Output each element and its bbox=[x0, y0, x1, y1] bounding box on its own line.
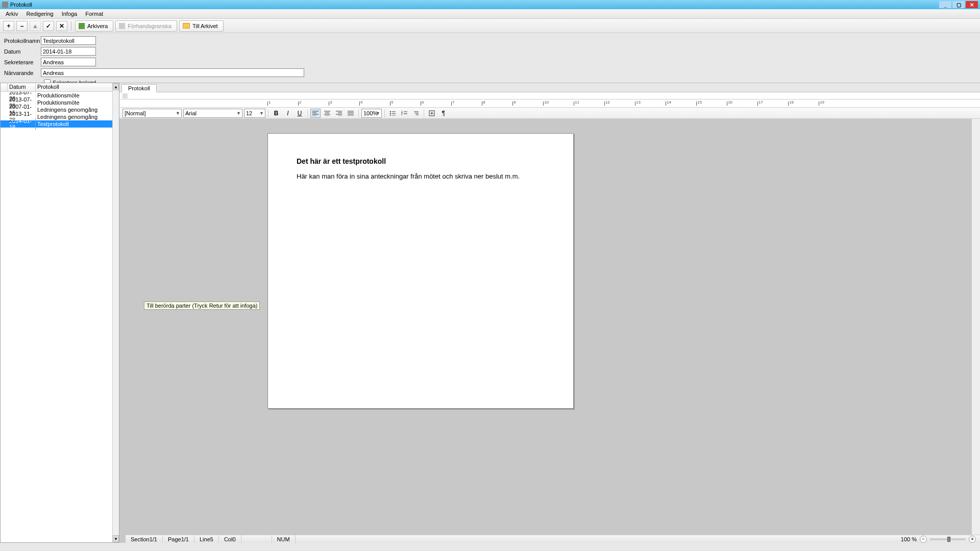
menu-format[interactable]: Format bbox=[81, 10, 107, 18]
tillarkivet-label: Till Arkivet bbox=[192, 23, 218, 29]
toolbar-separator bbox=[71, 21, 71, 31]
input-sekreterare[interactable] bbox=[41, 58, 96, 66]
app-icon bbox=[2, 2, 8, 8]
input-protokollnamn[interactable] bbox=[41, 36, 96, 45]
bullet-list-icon bbox=[389, 111, 396, 116]
list-cell-protokoll: Testprotokoll bbox=[36, 121, 112, 127]
ruler[interactable]: 12345678910111213141516171819 bbox=[119, 99, 980, 108]
align-justify-button[interactable] bbox=[346, 109, 356, 118]
confirm-button[interactable]: ✓ bbox=[43, 21, 54, 31]
numbered-list-icon: 12 bbox=[401, 111, 407, 116]
close-button[interactable]: ✕ bbox=[966, 1, 978, 8]
list-cell-protokoll: Ledningens genomgång bbox=[36, 114, 112, 120]
chevron-down-icon: ▼ bbox=[259, 111, 264, 116]
separator bbox=[384, 109, 385, 117]
format-toolbar: [Normal] ▼ Arial ▼ 12 ▼ B I U bbox=[119, 108, 980, 119]
align-justify-icon bbox=[348, 111, 354, 116]
maximize-button[interactable]: ▢ bbox=[952, 1, 965, 8]
bold-button[interactable]: B bbox=[271, 109, 281, 118]
menu-redigering[interactable]: Redigering bbox=[22, 10, 57, 18]
label-protokollnamn: Protokollnamn bbox=[4, 38, 41, 44]
chevron-down-icon: ▼ bbox=[376, 111, 380, 116]
workspace: Datum Protokoll 2013-07-28Produktionsmöt… bbox=[0, 83, 980, 543]
zoom-out-button[interactable]: − bbox=[920, 536, 927, 543]
left-scrollbar[interactable]: ▲ ▼ bbox=[112, 83, 119, 542]
label-narvarande: Närvarande bbox=[4, 70, 41, 76]
right-scrollbar[interactable]: ▲ ▼ bbox=[972, 119, 980, 543]
menu-infoga[interactable]: Infoga bbox=[58, 10, 82, 18]
main-toolbar: + – ▲ ✓ ✕ Arkivera Förhandsgranska Till … bbox=[0, 19, 980, 33]
menu-arkiv[interactable]: Arkiv bbox=[2, 10, 22, 18]
input-narvarande[interactable] bbox=[41, 68, 304, 77]
zoom-in-button[interactable]: + bbox=[969, 536, 976, 543]
scroll-track[interactable] bbox=[113, 90, 119, 535]
input-datum[interactable] bbox=[41, 47, 96, 56]
insert-button[interactable] bbox=[427, 109, 437, 118]
align-left-button[interactable] bbox=[310, 109, 321, 118]
numbered-list-button[interactable]: 12 bbox=[399, 109, 409, 118]
align-left-icon bbox=[312, 111, 318, 116]
insert-icon bbox=[429, 110, 435, 116]
add-button[interactable]: + bbox=[3, 21, 14, 31]
italic-button[interactable]: I bbox=[283, 109, 293, 118]
status-section: Section1/1 bbox=[126, 535, 163, 543]
page[interactable]: Det här är ett testprotokoll Här kan man… bbox=[267, 133, 574, 409]
editor-panel: Protokoll 12345678910111213141516171819 … bbox=[119, 83, 980, 543]
zoom-slider[interactable] bbox=[930, 538, 966, 540]
separator bbox=[424, 109, 424, 117]
minimize-button[interactable]: _ bbox=[939, 1, 951, 8]
subbar-icon[interactable] bbox=[122, 93, 128, 98]
list-cell-protokoll: Produktionsmöte bbox=[36, 92, 112, 98]
sub-toolbar bbox=[119, 92, 980, 99]
list-header-protokoll[interactable]: Protokoll bbox=[36, 83, 112, 91]
scroll-up-icon[interactable]: ▲ bbox=[972, 119, 980, 126]
svg-point-0 bbox=[390, 111, 391, 112]
cancel-button[interactable]: ✕ bbox=[56, 21, 67, 31]
paragraph-mark-button[interactable]: ¶ bbox=[438, 109, 449, 118]
scroll-track[interactable] bbox=[972, 126, 980, 536]
arkivera-button[interactable]: Arkivera bbox=[75, 20, 113, 32]
multilevel-list-button[interactable] bbox=[411, 109, 421, 118]
list-row[interactable]: 2014-01-18Testprotokoll bbox=[1, 120, 112, 128]
up-button[interactable]: ▲ bbox=[30, 21, 41, 31]
size-select[interactable]: 12 ▼ bbox=[244, 109, 265, 118]
style-select[interactable]: [Normal] ▼ bbox=[122, 109, 182, 118]
scroll-up-icon[interactable]: ▲ bbox=[113, 83, 119, 90]
remove-button[interactable]: – bbox=[16, 21, 28, 31]
preview-icon bbox=[119, 23, 125, 29]
chevron-down-icon: ▼ bbox=[236, 111, 241, 116]
font-select[interactable]: Arial ▼ bbox=[183, 109, 242, 118]
status-col: Col0 bbox=[219, 535, 241, 543]
chevron-down-icon: ▼ bbox=[176, 111, 180, 116]
form-area: Protokollnamn Datum Sekreterare Närvaran… bbox=[0, 33, 980, 88]
align-center-button[interactable] bbox=[322, 109, 332, 118]
window-title: Protokoll bbox=[10, 2, 938, 8]
scroll-down-icon[interactable]: ▼ bbox=[113, 535, 119, 542]
insert-hint[interactable]: Till berörda parter (Tryck Retur för att… bbox=[144, 302, 260, 310]
align-center-icon bbox=[324, 111, 330, 116]
title-bar: Protokoll _ ▢ ✕ bbox=[0, 0, 980, 9]
zoom-select[interactable]: 100% ▼ bbox=[361, 109, 382, 118]
zoom-thumb[interactable] bbox=[947, 537, 950, 542]
size-value: 12 bbox=[246, 110, 252, 116]
archive-icon bbox=[79, 23, 85, 29]
separator bbox=[268, 109, 268, 117]
underline-button[interactable]: U bbox=[295, 109, 305, 118]
font-value: Arial bbox=[185, 110, 197, 116]
list-cell-protokoll: Produktionsmöte bbox=[36, 99, 112, 106]
label-sekreterare: Sekreterare bbox=[4, 59, 41, 65]
document-body: Här kan man föra in sina anteckningar fr… bbox=[297, 172, 545, 180]
align-right-button[interactable] bbox=[334, 109, 344, 118]
list-cell-datum: 2014-01-18 bbox=[8, 118, 36, 130]
status-num: NUM bbox=[272, 535, 296, 543]
tillarkivet-button[interactable]: Till Arkivet bbox=[179, 20, 224, 32]
list-header: Datum Protokoll bbox=[1, 83, 112, 92]
forhandsgranska-button[interactable]: Förhandsgranska bbox=[115, 20, 177, 32]
document-canvas[interactable]: Det här är ett testprotokoll Här kan man… bbox=[119, 119, 980, 543]
bullet-list-button[interactable] bbox=[387, 109, 398, 118]
status-page: Page1/1 bbox=[163, 535, 194, 543]
list-header-datum[interactable]: Datum bbox=[8, 83, 36, 91]
protocol-list-panel: Datum Protokoll 2013-07-28Produktionsmöt… bbox=[0, 83, 119, 543]
style-value: [Normal] bbox=[125, 110, 146, 116]
tab-protokoll[interactable]: Protokoll bbox=[121, 84, 157, 92]
